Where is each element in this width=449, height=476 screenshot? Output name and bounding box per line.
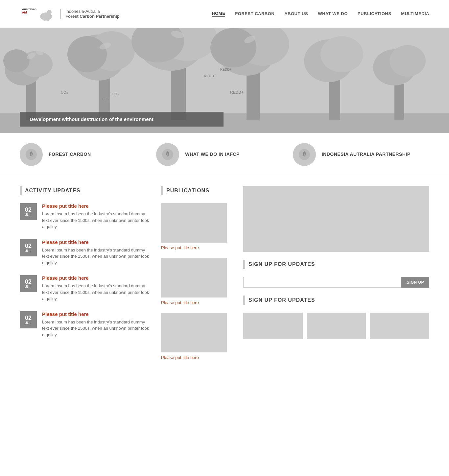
signup-title-bar-1 [243, 260, 245, 269]
activity-title-1[interactable]: Please put title here [42, 203, 151, 209]
activity-text-4: Please put title here Lorem Ipsum has be… [42, 311, 151, 338]
pub-title-1: Please put title here [161, 245, 233, 250]
sidebar-thumb-2[interactable] [307, 313, 366, 339]
signup-title-1: SIGN UP FOR UPDATES [248, 261, 315, 267]
main-nav: HOME FOREST CARBON ABOUT US WHAT WE DO P… [212, 11, 429, 17]
publications-title-bar [161, 186, 163, 195]
pub-thumbnail-2 [161, 258, 227, 298]
feature-what-we-do[interactable]: WHAT WE DO IN IAFCP [156, 143, 293, 166]
activity-text-1: Please put title here Lorem Ipsum has be… [42, 203, 151, 230]
activity-item: 02 JUL Please put title here Lorem Ipsum… [20, 275, 151, 302]
pub-item-1[interactable]: Please put title here [161, 203, 233, 250]
activity-item: 02 JUL Please put title here Lorem Ipsum… [20, 311, 151, 338]
sidebar-thumbnails [243, 313, 429, 339]
main-content: ACTIVITY UPDATES 02 JUL Please put title… [0, 176, 449, 378]
sidebar-thumb-1[interactable] [243, 313, 303, 339]
section-title-bar [20, 186, 22, 195]
pub-item-3[interactable]: Please put title here [161, 313, 233, 360]
partnership-icon [293, 143, 316, 166]
signup-email-input[interactable] [243, 277, 401, 288]
logo-area: Australian Aid Indonesia-Autralia Forest… [20, 4, 120, 24]
svg-text:CO₂: CO₂ [102, 97, 109, 101]
date-box-4: 02 JUL [20, 311, 37, 328]
svg-text:REDD+: REDD+ [204, 74, 216, 78]
date-box-1: 02 JUL [20, 203, 37, 220]
sidebar-main-image [243, 186, 429, 252]
nav-multimedia[interactable]: MULTIMEDIA [401, 11, 429, 17]
date-day-2: 02 [25, 243, 32, 249]
svg-point-30 [390, 45, 426, 77]
logo-line1: Indonesia-Autralia [65, 9, 120, 14]
feature-partnership-label: INDONESIA AUTRALIA PARTNERSHIP [322, 151, 411, 158]
date-day-1: 02 [25, 207, 32, 213]
logo-image: Australian Aid [20, 4, 56, 24]
date-month-4: JUL [25, 321, 32, 325]
signup-section-1: SIGN UP FOR UPDATES SIGN UP [243, 260, 429, 288]
activity-desc-3: Lorem Ipsum has been the industry's stan… [42, 283, 151, 302]
svg-point-12 [3, 49, 30, 72]
signup-form-1: SIGN UP [243, 277, 429, 288]
svg-point-16 [67, 36, 107, 72]
nav-about-us[interactable]: ABOUT US [284, 11, 308, 17]
feature-forest-carbon[interactable]: FOREST CARBON [20, 143, 156, 166]
signup-button[interactable]: SIGN UP [401, 277, 429, 288]
signup-title-bar-2 [243, 296, 245, 305]
sidebar-thumb-3[interactable] [370, 313, 429, 339]
activity-title-4[interactable]: Please put title here [42, 311, 151, 317]
activity-desc-1: Lorem Ipsum has been the industry's stan… [42, 211, 151, 230]
signup-heading-2: SIGN UP FOR UPDATES [243, 296, 429, 305]
hero-caption: Development without destruction of the e… [20, 112, 224, 127]
feature-what-we-do-label: WHAT WE DO IN IAFCP [185, 151, 240, 158]
activity-desc-2: Lorem Ipsum has been the industry's stan… [42, 247, 151, 266]
activity-item: 02 JUL Please put title here Lorem Ipsum… [20, 239, 151, 266]
signup-title-2: SIGN UP FOR UPDATES [248, 297, 315, 303]
sidebar-column: SIGN UP FOR UPDATES SIGN UP SIGN UP FOR … [243, 186, 429, 368]
svg-text:CO₂: CO₂ [61, 90, 68, 94]
pub-thumbnail-3 [161, 313, 227, 352]
pub-item-2[interactable]: Please put title here [161, 258, 233, 305]
hero-section: REDD+ REDD+ REDD+ CO₂ CO₂ CO₂ Developmen… [0, 28, 449, 133]
date-box-2: 02 JUL [20, 239, 37, 256]
feature-row: FOREST CARBON WHAT WE DO IN IAFCP INDONE… [0, 133, 449, 176]
svg-text:REDD+: REDD+ [230, 90, 244, 95]
svg-text:CO₂: CO₂ [112, 92, 119, 96]
activity-item: 02 JUL Please put title here Lorem Ipsum… [20, 203, 151, 230]
nav-forest-carbon[interactable]: FOREST CARBON [235, 11, 274, 17]
pub-title-3: Please put title here [161, 355, 233, 360]
date-month-1: JUL [25, 213, 32, 217]
logo-text: Indonesia-Autralia Forest Carbon Partner… [60, 9, 120, 19]
activity-text-3: Please put title here Lorem Ipsum has be… [42, 275, 151, 302]
nav-home[interactable]: HOME [212, 11, 225, 17]
nav-publications[interactable]: PUBLICATIONS [358, 11, 391, 17]
svg-point-27 [320, 36, 363, 72]
nav-what-we-do[interactable]: WHAT WE DO [318, 11, 348, 17]
pub-title-2: Please put title here [161, 300, 233, 305]
signup-heading-1: SIGN UP FOR UPDATES [243, 260, 429, 269]
activity-updates-column: ACTIVITY UPDATES 02 JUL Please put title… [20, 186, 151, 368]
feature-partnership[interactable]: INDONESIA AUTRALIA PARTNERSHIP [293, 143, 429, 166]
feature-forest-carbon-label: FOREST CARBON [49, 151, 91, 158]
activity-updates-heading: ACTIVITY UPDATES [20, 186, 151, 195]
what-we-do-icon [156, 143, 179, 166]
activity-desc-4: Lorem Ipsum has been the industry's stan… [42, 319, 151, 338]
date-day-3: 02 [25, 279, 32, 285]
publications-title: PUBLICATIONS [166, 188, 209, 194]
activity-title-3[interactable]: Please put title here [42, 275, 151, 281]
date-month-2: JUL [25, 249, 32, 253]
svg-text:REDD+: REDD+ [220, 68, 231, 71]
svg-point-24 [210, 28, 256, 67]
publications-column: PUBLICATIONS Please put title here Pleas… [161, 186, 233, 368]
date-box-3: 02 JUL [20, 275, 37, 292]
forest-carbon-icon [20, 143, 43, 166]
pub-thumbnail-1 [161, 203, 227, 243]
activity-title-2[interactable]: Please put title here [42, 239, 151, 245]
svg-text:Aid: Aid [22, 11, 27, 14]
activity-text-2: Please put title here Lorem Ipsum has be… [42, 239, 151, 266]
logo-line2: Forest Carbon Partnership [65, 14, 120, 19]
publications-heading: PUBLICATIONS [161, 186, 233, 195]
activity-updates-title: ACTIVITY UPDATES [25, 188, 80, 194]
date-day-4: 02 [25, 315, 32, 321]
svg-text:Australian: Australian [22, 8, 36, 11]
site-header: Australian Aid Indonesia-Autralia Forest… [0, 0, 449, 28]
date-month-3: JUL [25, 285, 32, 289]
